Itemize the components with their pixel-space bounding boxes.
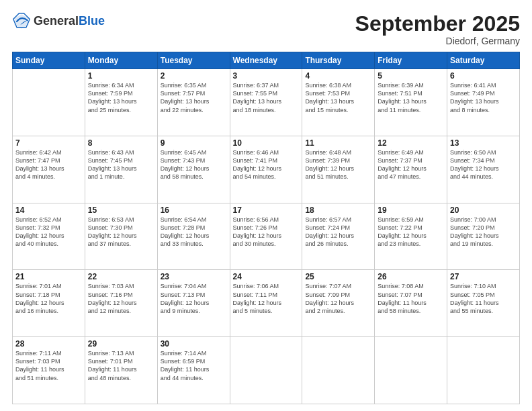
col-wednesday: Wednesday: [230, 52, 302, 69]
calendar-cell: 14Sunrise: 6:52 AM Sunset: 7:32 PM Dayli…: [13, 203, 85, 270]
day-info: Sunrise: 7:03 AM Sunset: 7:16 PM Dayligh…: [88, 282, 154, 315]
day-number: 11: [305, 138, 371, 148]
calendar-week-4: 21Sunrise: 7:01 AM Sunset: 7:18 PM Dayli…: [13, 270, 520, 337]
day-number: 12: [378, 138, 444, 148]
day-number: 17: [233, 205, 300, 215]
calendar-cell: 6Sunrise: 6:41 AM Sunset: 7:49 PM Daylig…: [447, 69, 520, 136]
day-info: Sunrise: 6:38 AM Sunset: 7:53 PM Dayligh…: [305, 81, 371, 114]
calendar-cell: 30Sunrise: 7:14 AM Sunset: 6:59 PM Dayli…: [157, 337, 230, 404]
day-number: 3: [233, 71, 300, 81]
col-tuesday: Tuesday: [157, 52, 230, 69]
day-info: Sunrise: 6:53 AM Sunset: 7:30 PM Dayligh…: [88, 216, 154, 248]
day-info: Sunrise: 6:49 AM Sunset: 7:37 PM Dayligh…: [378, 148, 444, 181]
col-friday: Friday: [375, 52, 447, 69]
logo-text: GeneralBlue: [34, 15, 105, 28]
calendar-cell: 15Sunrise: 6:53 AM Sunset: 7:30 PM Dayli…: [85, 203, 157, 270]
calendar-cell: 23Sunrise: 7:04 AM Sunset: 7:13 PM Dayli…: [157, 270, 230, 337]
day-info: Sunrise: 7:01 AM Sunset: 7:18 PM Dayligh…: [15, 282, 82, 315]
header: GeneralBlue September 2025 Diedorf, Germ…: [12, 12, 520, 46]
day-number: 10: [233, 138, 300, 148]
day-number: 20: [450, 205, 517, 215]
calendar-cell: 9Sunrise: 6:45 AM Sunset: 7:43 PM Daylig…: [157, 136, 230, 203]
day-number: 13: [450, 138, 517, 148]
day-number: 9: [161, 138, 227, 148]
day-number: 1: [88, 71, 154, 81]
day-info: Sunrise: 6:35 AM Sunset: 7:57 PM Dayligh…: [161, 81, 227, 114]
day-number: 27: [450, 272, 517, 281]
calendar-cell: [230, 337, 302, 404]
day-number: 28: [15, 339, 82, 349]
col-thursday: Thursday: [302, 52, 375, 69]
day-number: 26: [378, 272, 444, 281]
day-info: Sunrise: 7:13 AM Sunset: 7:01 PM Dayligh…: [88, 349, 154, 382]
day-info: Sunrise: 7:08 AM Sunset: 7:07 PM Dayligh…: [378, 282, 444, 315]
day-info: Sunrise: 6:46 AM Sunset: 7:41 PM Dayligh…: [233, 148, 300, 181]
day-info: Sunrise: 6:42 AM Sunset: 7:47 PM Dayligh…: [15, 148, 82, 181]
day-number: 15: [88, 205, 154, 215]
calendar-cell: 20Sunrise: 7:00 AM Sunset: 7:20 PM Dayli…: [447, 203, 520, 270]
day-number: 16: [161, 205, 227, 215]
day-info: Sunrise: 7:14 AM Sunset: 6:59 PM Dayligh…: [161, 349, 227, 382]
calendar-cell: 29Sunrise: 7:13 AM Sunset: 7:01 PM Dayli…: [85, 337, 157, 404]
location: Diedorf, Germany: [355, 36, 520, 46]
calendar-cell: 26Sunrise: 7:08 AM Sunset: 7:07 PM Dayli…: [375, 270, 447, 337]
logo-blue: Blue: [79, 14, 105, 28]
calendar-cell: 1Sunrise: 6:34 AM Sunset: 7:59 PM Daylig…: [85, 69, 157, 136]
calendar-cell: 25Sunrise: 7:07 AM Sunset: 7:09 PM Dayli…: [302, 270, 375, 337]
day-number: 14: [15, 205, 82, 215]
calendar-cell: 11Sunrise: 6:48 AM Sunset: 7:39 PM Dayli…: [302, 136, 375, 203]
calendar-cell: 5Sunrise: 6:39 AM Sunset: 7:51 PM Daylig…: [375, 69, 447, 136]
calendar-cell: 18Sunrise: 6:57 AM Sunset: 7:24 PM Dayli…: [302, 203, 375, 270]
header-row: Sunday Monday Tuesday Wednesday Thursday…: [13, 52, 520, 69]
col-saturday: Saturday: [447, 52, 520, 69]
calendar: Sunday Monday Tuesday Wednesday Thursday…: [12, 52, 520, 404]
day-info: Sunrise: 6:37 AM Sunset: 7:55 PM Dayligh…: [233, 81, 300, 114]
day-number: 30: [161, 339, 227, 349]
day-info: Sunrise: 6:39 AM Sunset: 7:51 PM Dayligh…: [378, 81, 444, 114]
calendar-cell: 27Sunrise: 7:10 AM Sunset: 7:05 PM Dayli…: [447, 270, 520, 337]
day-info: Sunrise: 6:34 AM Sunset: 7:59 PM Dayligh…: [88, 81, 154, 114]
calendar-week-2: 7Sunrise: 6:42 AM Sunset: 7:47 PM Daylig…: [13, 136, 520, 203]
page: GeneralBlue September 2025 Diedorf, Germ…: [0, 0, 532, 411]
calendar-cell: [13, 69, 85, 136]
col-monday: Monday: [85, 52, 157, 69]
day-info: Sunrise: 7:07 AM Sunset: 7:09 PM Dayligh…: [305, 282, 371, 315]
day-info: Sunrise: 6:48 AM Sunset: 7:39 PM Dayligh…: [305, 148, 371, 181]
day-number: 21: [15, 272, 82, 281]
calendar-week-3: 14Sunrise: 6:52 AM Sunset: 7:32 PM Dayli…: [13, 203, 520, 270]
day-number: 4: [305, 71, 371, 81]
day-number: 22: [88, 272, 154, 281]
calendar-cell: 8Sunrise: 6:43 AM Sunset: 7:45 PM Daylig…: [85, 136, 157, 203]
calendar-week-1: 1Sunrise: 6:34 AM Sunset: 7:59 PM Daylig…: [13, 69, 520, 136]
day-info: Sunrise: 7:10 AM Sunset: 7:05 PM Dayligh…: [450, 282, 517, 315]
day-number: 29: [88, 339, 154, 349]
day-info: Sunrise: 6:56 AM Sunset: 7:26 PM Dayligh…: [233, 216, 300, 248]
calendar-cell: 4Sunrise: 6:38 AM Sunset: 7:53 PM Daylig…: [302, 69, 375, 136]
day-info: Sunrise: 7:04 AM Sunset: 7:13 PM Dayligh…: [161, 282, 227, 315]
day-number: 2: [161, 71, 227, 81]
calendar-cell: 13Sunrise: 6:50 AM Sunset: 7:34 PM Dayli…: [447, 136, 520, 203]
day-number: 18: [305, 205, 371, 215]
day-number: 25: [305, 272, 371, 281]
calendar-cell: [302, 337, 375, 404]
day-number: 7: [15, 138, 82, 148]
logo: GeneralBlue: [12, 12, 105, 31]
day-info: Sunrise: 7:06 AM Sunset: 7:11 PM Dayligh…: [233, 282, 300, 315]
calendar-cell: 10Sunrise: 6:46 AM Sunset: 7:41 PM Dayli…: [230, 136, 302, 203]
day-info: Sunrise: 6:54 AM Sunset: 7:28 PM Dayligh…: [161, 216, 227, 248]
logo-icon: [12, 12, 31, 31]
calendar-cell: 7Sunrise: 6:42 AM Sunset: 7:47 PM Daylig…: [13, 136, 85, 203]
title-block: September 2025 Diedorf, Germany: [355, 12, 520, 46]
day-info: Sunrise: 6:50 AM Sunset: 7:34 PM Dayligh…: [450, 148, 517, 181]
day-number: 24: [233, 272, 300, 281]
calendar-cell: 2Sunrise: 6:35 AM Sunset: 7:57 PM Daylig…: [157, 69, 230, 136]
day-number: 6: [450, 71, 517, 81]
calendar-cell: 3Sunrise: 6:37 AM Sunset: 7:55 PM Daylig…: [230, 69, 302, 136]
calendar-cell: 19Sunrise: 6:59 AM Sunset: 7:22 PM Dayli…: [375, 203, 447, 270]
calendar-cell: 16Sunrise: 6:54 AM Sunset: 7:28 PM Dayli…: [157, 203, 230, 270]
day-info: Sunrise: 6:52 AM Sunset: 7:32 PM Dayligh…: [15, 216, 82, 248]
day-number: 5: [378, 71, 444, 81]
calendar-week-5: 28Sunrise: 7:11 AM Sunset: 7:03 PM Dayli…: [13, 337, 520, 404]
calendar-cell: 24Sunrise: 7:06 AM Sunset: 7:11 PM Dayli…: [230, 270, 302, 337]
day-info: Sunrise: 6:57 AM Sunset: 7:24 PM Dayligh…: [305, 216, 371, 248]
